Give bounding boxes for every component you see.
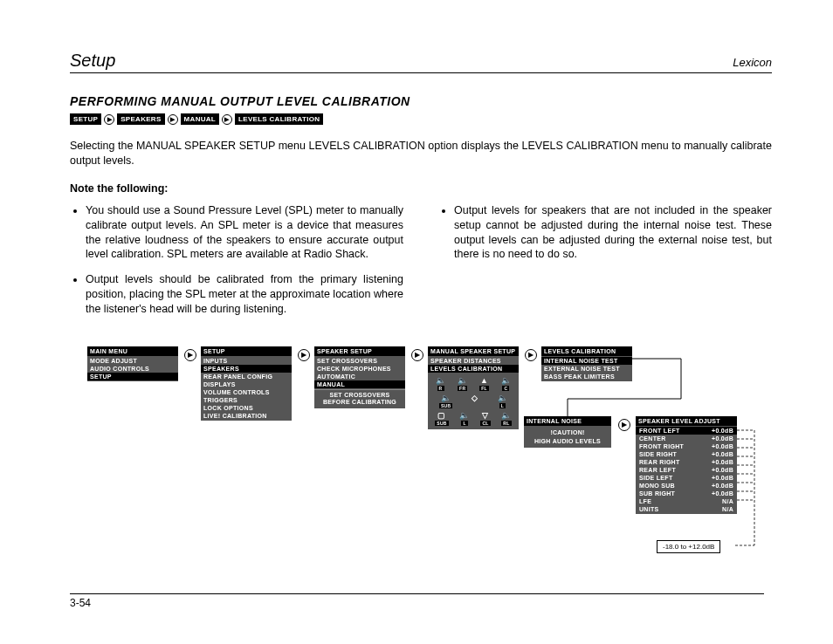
flow-arrow-icon: ▶ (298, 349, 310, 361)
bullet-item: Output levels should be calibrated from … (86, 272, 403, 317)
level-adjust-row: REAR LEFT+0.0dB (636, 466, 737, 474)
menu-footer: SET CROSSOVERS BEFORE CALIBRATING (314, 389, 405, 408)
flow-arrow-icon: ▶ (411, 349, 423, 361)
level-adjust-row: SIDE LEFT+0.0dB (636, 474, 737, 482)
bullet-item: You should use a Sound Pressure Level (S… (86, 203, 403, 263)
level-adjust-row: FRONT RIGHT+0.0dB (636, 442, 737, 450)
menu-row-selected: MANUAL (314, 380, 405, 388)
menu-row-selected: SPEAKERS (201, 365, 292, 373)
speaker-icon: ▽CL (480, 412, 490, 426)
page-number: 3-54 (70, 593, 764, 609)
speaker-icon-grid: 🔈SUB ◇ 🔈L (428, 393, 519, 410)
bc-manual: MANUAL (181, 113, 219, 125)
bc-setup: SETUP (70, 113, 101, 125)
level-adjust-row: LFEN/A (636, 497, 737, 505)
speaker-icon-grid: 🔈R 🔈FR ▲FL 🔈C (428, 373, 519, 393)
flow-arrow-icon: ▶ (525, 349, 537, 361)
bc-arrow-icon: ▶ (104, 114, 114, 125)
speaker-icon: 🔈FR (458, 377, 467, 391)
speaker-icon: ▢SUB (435, 412, 448, 426)
menu-internal-noise: INTERNAL NOISE !CAUTION! HIGH AUDIO LEVE… (524, 416, 611, 449)
breadcrumb: SETUP ▶ SPEAKERS ▶ MANUAL ▶ LEVELS CALIB… (70, 113, 772, 125)
brand-name: Lexicon (733, 56, 772, 69)
menu-speaker-setup: SPEAKER SETUP SET CROSSOVERS CHECK MICRO… (314, 346, 405, 408)
speaker-icon: ▲FL (479, 377, 489, 391)
bullet-item: Output levels for speakers that are not … (454, 203, 772, 263)
bc-arrow-icon: ▶ (168, 114, 178, 125)
right-bullet-list: Output levels for speakers that are not … (438, 203, 772, 263)
range-label: -18.0 to +12.0dB (657, 540, 720, 553)
bc-arrow-icon: ▶ (222, 114, 232, 125)
menu-title: LEVELS CALIBRATION (541, 346, 632, 356)
menu-row: VOLUME CONTROLS (201, 388, 292, 396)
menu-row: MODE ADJUST (87, 357, 178, 365)
menu-row: AUDIO CONTROLS (87, 365, 178, 373)
menu-row: TRIGGERS (201, 396, 292, 404)
menu-row-selected: LEVELS CALIBRATION (428, 365, 519, 373)
menu-row: DISPLAYS (201, 380, 292, 388)
page-heading: PERFORMING MANUAL OUTPUT LEVEL CALIBRATI… (70, 94, 772, 108)
left-bullet-list: You should use a Sound Pressure Level (S… (70, 203, 403, 317)
bc-speakers: SPEAKERS (117, 113, 164, 125)
level-adjust-row: MONO SUB+0.0dB (636, 482, 737, 490)
speaker-icon: 🔈SUB (439, 394, 452, 408)
menu-title: INTERNAL NOISE (524, 416, 611, 426)
caution-text: !CAUTION! HIGH AUDIO LEVELS (524, 426, 611, 449)
bc-levels: LEVELS CALIBRATION (235, 113, 323, 125)
menu-row-selected: SETUP (87, 373, 178, 380)
level-adjust-row: FRONT LEFT+0.0dB (636, 427, 737, 435)
menu-title: SPEAKER SETUP (314, 346, 405, 356)
level-adjust-row: CENTER+0.0dB (636, 435, 737, 442)
menu-row: AUTOMATIC (314, 373, 405, 380)
speaker-icon: 🔈C (501, 377, 511, 391)
speaker-icon-grid: ▢SUB 🔈L ▽CL 🔈RL (428, 410, 519, 429)
note-heading: Note the following: (70, 182, 772, 195)
menu-row: CHECK MICROPHONES (314, 365, 405, 373)
menu-row: LOCK OPTIONS (201, 404, 292, 412)
menu-row: REAR PANEL CONFIG (201, 373, 292, 380)
speaker-icon: 🔈L (498, 394, 507, 408)
menu-row-selected: INTERNAL NOISE TEST (541, 357, 632, 365)
speaker-icon: 🔈RL (501, 412, 511, 426)
speaker-icon: ◇ (472, 394, 478, 408)
intro-text: Selecting the MANUAL SPEAKER SETUP menu … (70, 139, 772, 168)
flow-arrow-icon: ▶ (184, 349, 196, 361)
menu-title: SPEAKER LEVEL ADJUST (636, 416, 737, 426)
menu-row: BASS PEAK LIMITERS (541, 373, 632, 380)
menu-row: SET CROSSOVERS (314, 357, 405, 365)
level-adjust-row: REAR RIGHT+0.0dB (636, 458, 737, 466)
menu-speaker-level-adjust: SPEAKER LEVEL ADJUST FRONT LEFT+0.0dBCEN… (636, 416, 737, 514)
flow-arrow-icon: ▶ (618, 419, 630, 431)
level-adjust-row: SUB RIGHT+0.0dB (636, 490, 737, 497)
menu-manual-speaker-setup: MANUAL SPEAKER SETUP SPEAKER DISTANCES L… (428, 346, 519, 429)
menu-title: MANUAL SPEAKER SETUP (428, 346, 519, 356)
level-adjust-row: SIDE RIGHT+0.0dB (636, 450, 737, 458)
speaker-icon: 🔈R (436, 377, 445, 391)
menu-row: INPUTS (201, 357, 292, 365)
speaker-icon: 🔈L (459, 412, 469, 426)
menu-title: SETUP (201, 346, 292, 356)
menu-row: EXTERNAL NOISE TEST (541, 365, 632, 373)
menu-flow-diagram: MAIN MENU MODE ADJUST AUDIO CONTROLS SET… (70, 346, 772, 573)
level-adjust-row: UNITSN/A (636, 505, 737, 513)
menu-setup: SETUP INPUTS SPEAKERS REAR PANEL CONFIG … (201, 346, 292, 421)
menu-row: SPEAKER DISTANCES (428, 357, 519, 365)
section-title: Setup (70, 51, 115, 71)
menu-row: LIVE! CALIBRATION (201, 412, 292, 420)
menu-levels-calibration: LEVELS CALIBRATION INTERNAL NOISE TEST E… (541, 346, 632, 381)
menu-title: MAIN MENU (87, 346, 178, 356)
menu-main: MAIN MENU MODE ADJUST AUDIO CONTROLS SET… (87, 346, 178, 381)
